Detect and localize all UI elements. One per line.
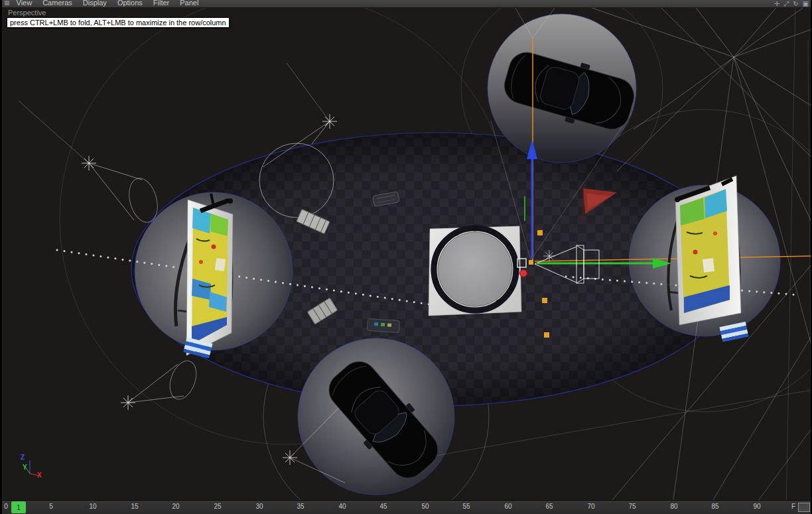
viewport-camera-label: Perspective [8, 9, 46, 17]
menu-view[interactable]: View [15, 0, 34, 7]
menu-filter[interactable]: Filter [152, 0, 170, 7]
menu-display[interactable]: Display [82, 0, 108, 7]
timeline-tick: 45 [379, 503, 387, 510]
menu-grid-icon[interactable]: ▦ [4, 0, 10, 7]
axis-label-y: Y [23, 464, 27, 471]
pan-icon[interactable]: ✛ [774, 0, 779, 7]
current-frame-label: 1 [17, 504, 21, 511]
timeline-tick: 20 [172, 503, 179, 510]
timeline-tick: 60 [504, 503, 511, 510]
prop-dark-box-2[interactable] [367, 318, 399, 332]
tooltip: press CTRL+LMB to fold, ALT+LMB to maxim… [7, 17, 230, 28]
timeline-tick: 90 [753, 503, 760, 510]
timeline-tick: 65 [545, 503, 553, 510]
object-origin-square[interactable] [529, 260, 533, 265]
menu-cameras[interactable]: Cameras [41, 0, 74, 7]
round-table[interactable] [429, 225, 521, 316]
timeline-tick: 0 [4, 503, 8, 510]
timeline-tick: 50 [421, 503, 429, 510]
timeline-tick: 40 [338, 503, 346, 510]
menu-panel[interactable]: Panel [178, 0, 200, 7]
timeline-tick: 75 [628, 503, 636, 510]
rotate-icon[interactable]: ↻ [793, 0, 798, 7]
timeline-tick: 55 [462, 503, 470, 510]
axis-label-x: X [37, 472, 42, 479]
window-edge-left [0, 0, 2, 514]
maximize-icon[interactable]: ▣ [803, 0, 809, 7]
menu-options[interactable]: Options [116, 0, 144, 7]
axis-label-z: Z [21, 454, 25, 461]
timeline-tick: 35 [297, 503, 304, 510]
timeline-playhead[interactable]: 1 [11, 501, 26, 513]
viewport-menubar: ▦ View Cameras Display Options Filter Pa… [0, 0, 812, 8]
timeline-tick: 15 [131, 503, 138, 510]
timeline-ruler[interactable]: 0 5 10 15 20 25 30 35 40 45 50 55 60 65 … [0, 500, 812, 514]
timeline-tick: 30 [255, 503, 263, 510]
dolly-icon[interactable]: ⤢ [783, 0, 789, 7]
timeline-unit-label: F [791, 503, 795, 510]
timeline-tick: 70 [587, 503, 594, 510]
object-origin-dot[interactable] [520, 270, 527, 277]
timeline-tick: 85 [711, 503, 718, 510]
world-axis-triad: Z Y X [19, 452, 52, 480]
viewport-canvas[interactable] [0, 0, 812, 514]
timeline-tick: 5 [49, 503, 53, 510]
timeline-tick: 25 [214, 503, 221, 510]
cinema4d-viewport-window: ▦ View Cameras Display Options Filter Pa… [0, 0, 812, 514]
timeline-tick: 80 [670, 503, 677, 510]
timeline-end-box[interactable] [798, 503, 810, 512]
timeline-tick: 10 [89, 503, 96, 510]
selection-center-handle[interactable] [517, 259, 526, 267]
